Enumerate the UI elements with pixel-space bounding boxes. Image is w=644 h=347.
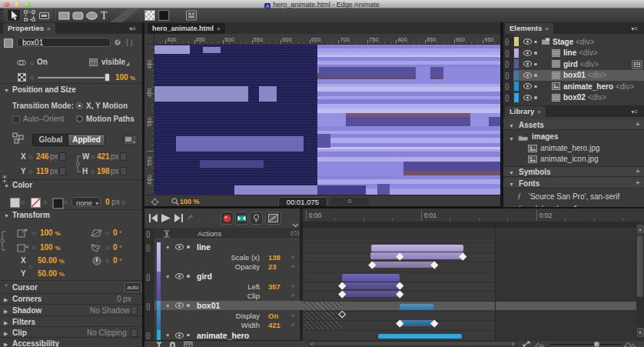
- svg-text:,: ,: [194, 343, 196, 347]
- svg-text:T: T: [101, 10, 108, 22]
- svg-text:,: ,: [121, 42, 123, 47]
